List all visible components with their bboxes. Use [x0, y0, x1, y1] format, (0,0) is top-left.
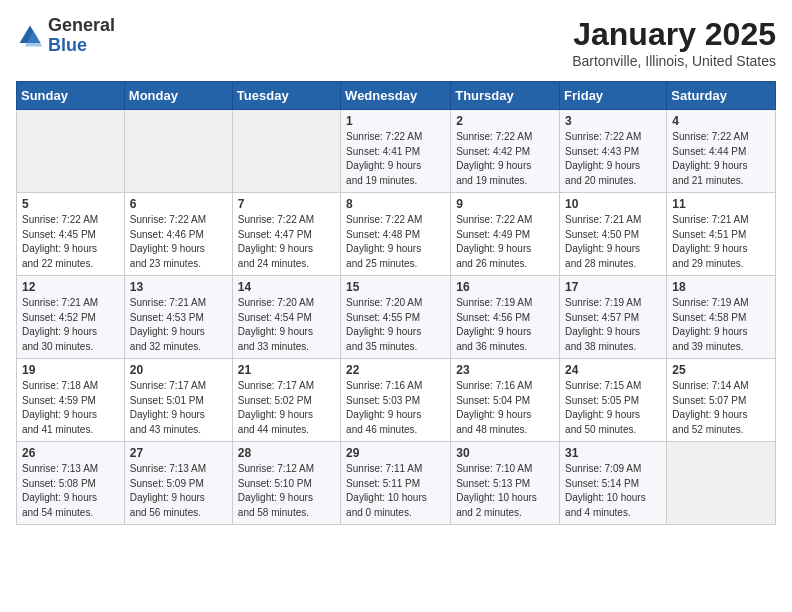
- day-info: Sunrise: 7:17 AM Sunset: 5:02 PM Dayligh…: [238, 379, 335, 437]
- calendar-cell: 31Sunrise: 7:09 AM Sunset: 5:14 PM Dayli…: [560, 442, 667, 525]
- calendar-cell: 11Sunrise: 7:21 AM Sunset: 4:51 PM Dayli…: [667, 193, 776, 276]
- day-info: Sunrise: 7:12 AM Sunset: 5:10 PM Dayligh…: [238, 462, 335, 520]
- day-number: 28: [238, 446, 335, 460]
- day-info: Sunrise: 7:19 AM Sunset: 4:57 PM Dayligh…: [565, 296, 661, 354]
- day-number: 23: [456, 363, 554, 377]
- month-title: January 2025: [572, 16, 776, 53]
- day-info: Sunrise: 7:21 AM Sunset: 4:52 PM Dayligh…: [22, 296, 119, 354]
- calendar-cell: [124, 110, 232, 193]
- calendar-cell: 19Sunrise: 7:18 AM Sunset: 4:59 PM Dayli…: [17, 359, 125, 442]
- day-info: Sunrise: 7:22 AM Sunset: 4:44 PM Dayligh…: [672, 130, 770, 188]
- page-header: General Blue January 2025 Bartonville, I…: [16, 16, 776, 69]
- day-number: 8: [346, 197, 445, 211]
- calendar-cell: 15Sunrise: 7:20 AM Sunset: 4:55 PM Dayli…: [341, 276, 451, 359]
- day-info: Sunrise: 7:20 AM Sunset: 4:55 PM Dayligh…: [346, 296, 445, 354]
- day-number: 1: [346, 114, 445, 128]
- calendar-cell: [17, 110, 125, 193]
- calendar-cell: 6Sunrise: 7:22 AM Sunset: 4:46 PM Daylig…: [124, 193, 232, 276]
- calendar-cell: 26Sunrise: 7:13 AM Sunset: 5:08 PM Dayli…: [17, 442, 125, 525]
- weekday-header-row: SundayMondayTuesdayWednesdayThursdayFrid…: [17, 82, 776, 110]
- calendar-cell: 17Sunrise: 7:19 AM Sunset: 4:57 PM Dayli…: [560, 276, 667, 359]
- calendar-week-row: 5Sunrise: 7:22 AM Sunset: 4:45 PM Daylig…: [17, 193, 776, 276]
- day-info: Sunrise: 7:16 AM Sunset: 5:03 PM Dayligh…: [346, 379, 445, 437]
- day-number: 21: [238, 363, 335, 377]
- day-number: 24: [565, 363, 661, 377]
- day-info: Sunrise: 7:19 AM Sunset: 4:58 PM Dayligh…: [672, 296, 770, 354]
- logo-general-text: General: [48, 15, 115, 35]
- calendar-cell: 7Sunrise: 7:22 AM Sunset: 4:47 PM Daylig…: [232, 193, 340, 276]
- calendar-cell: 18Sunrise: 7:19 AM Sunset: 4:58 PM Dayli…: [667, 276, 776, 359]
- day-number: 22: [346, 363, 445, 377]
- calendar-cell: 9Sunrise: 7:22 AM Sunset: 4:49 PM Daylig…: [451, 193, 560, 276]
- calendar-cell: 28Sunrise: 7:12 AM Sunset: 5:10 PM Dayli…: [232, 442, 340, 525]
- weekday-header-monday: Monday: [124, 82, 232, 110]
- calendar-cell: 23Sunrise: 7:16 AM Sunset: 5:04 PM Dayli…: [451, 359, 560, 442]
- day-number: 20: [130, 363, 227, 377]
- day-number: 29: [346, 446, 445, 460]
- day-info: Sunrise: 7:22 AM Sunset: 4:43 PM Dayligh…: [565, 130, 661, 188]
- day-info: Sunrise: 7:13 AM Sunset: 5:09 PM Dayligh…: [130, 462, 227, 520]
- day-number: 5: [22, 197, 119, 211]
- calendar-table: SundayMondayTuesdayWednesdayThursdayFrid…: [16, 81, 776, 525]
- calendar-cell: 27Sunrise: 7:13 AM Sunset: 5:09 PM Dayli…: [124, 442, 232, 525]
- calendar-cell: [667, 442, 776, 525]
- day-info: Sunrise: 7:19 AM Sunset: 4:56 PM Dayligh…: [456, 296, 554, 354]
- weekday-header-wednesday: Wednesday: [341, 82, 451, 110]
- day-number: 7: [238, 197, 335, 211]
- calendar-cell: 20Sunrise: 7:17 AM Sunset: 5:01 PM Dayli…: [124, 359, 232, 442]
- calendar-cell: 1Sunrise: 7:22 AM Sunset: 4:41 PM Daylig…: [341, 110, 451, 193]
- day-info: Sunrise: 7:21 AM Sunset: 4:51 PM Dayligh…: [672, 213, 770, 271]
- day-number: 26: [22, 446, 119, 460]
- calendar-cell: 21Sunrise: 7:17 AM Sunset: 5:02 PM Dayli…: [232, 359, 340, 442]
- day-number: 13: [130, 280, 227, 294]
- calendar-week-row: 26Sunrise: 7:13 AM Sunset: 5:08 PM Dayli…: [17, 442, 776, 525]
- day-number: 27: [130, 446, 227, 460]
- day-number: 4: [672, 114, 770, 128]
- day-info: Sunrise: 7:13 AM Sunset: 5:08 PM Dayligh…: [22, 462, 119, 520]
- logo-blue-text: Blue: [48, 35, 87, 55]
- calendar-cell: 2Sunrise: 7:22 AM Sunset: 4:42 PM Daylig…: [451, 110, 560, 193]
- day-info: Sunrise: 7:09 AM Sunset: 5:14 PM Dayligh…: [565, 462, 661, 520]
- day-number: 11: [672, 197, 770, 211]
- day-number: 16: [456, 280, 554, 294]
- day-number: 17: [565, 280, 661, 294]
- day-info: Sunrise: 7:17 AM Sunset: 5:01 PM Dayligh…: [130, 379, 227, 437]
- day-info: Sunrise: 7:14 AM Sunset: 5:07 PM Dayligh…: [672, 379, 770, 437]
- day-info: Sunrise: 7:22 AM Sunset: 4:48 PM Dayligh…: [346, 213, 445, 271]
- day-number: 10: [565, 197, 661, 211]
- day-number: 31: [565, 446, 661, 460]
- calendar-cell: 16Sunrise: 7:19 AM Sunset: 4:56 PM Dayli…: [451, 276, 560, 359]
- title-block: January 2025 Bartonville, Illinois, Unit…: [572, 16, 776, 69]
- calendar-week-row: 12Sunrise: 7:21 AM Sunset: 4:52 PM Dayli…: [17, 276, 776, 359]
- weekday-header-thursday: Thursday: [451, 82, 560, 110]
- weekday-header-tuesday: Tuesday: [232, 82, 340, 110]
- calendar-cell: 3Sunrise: 7:22 AM Sunset: 4:43 PM Daylig…: [560, 110, 667, 193]
- calendar-cell: [232, 110, 340, 193]
- day-number: 9: [456, 197, 554, 211]
- day-info: Sunrise: 7:21 AM Sunset: 4:50 PM Dayligh…: [565, 213, 661, 271]
- calendar-cell: 5Sunrise: 7:22 AM Sunset: 4:45 PM Daylig…: [17, 193, 125, 276]
- day-info: Sunrise: 7:22 AM Sunset: 4:47 PM Dayligh…: [238, 213, 335, 271]
- logo: General Blue: [16, 16, 115, 56]
- day-number: 25: [672, 363, 770, 377]
- day-number: 6: [130, 197, 227, 211]
- location-subtitle: Bartonville, Illinois, United States: [572, 53, 776, 69]
- calendar-cell: 12Sunrise: 7:21 AM Sunset: 4:52 PM Dayli…: [17, 276, 125, 359]
- weekday-header-friday: Friday: [560, 82, 667, 110]
- day-number: 15: [346, 280, 445, 294]
- weekday-header-sunday: Sunday: [17, 82, 125, 110]
- day-info: Sunrise: 7:18 AM Sunset: 4:59 PM Dayligh…: [22, 379, 119, 437]
- day-info: Sunrise: 7:10 AM Sunset: 5:13 PM Dayligh…: [456, 462, 554, 520]
- calendar-cell: 29Sunrise: 7:11 AM Sunset: 5:11 PM Dayli…: [341, 442, 451, 525]
- day-number: 3: [565, 114, 661, 128]
- day-number: 14: [238, 280, 335, 294]
- calendar-cell: 30Sunrise: 7:10 AM Sunset: 5:13 PM Dayli…: [451, 442, 560, 525]
- logo-icon: [16, 22, 44, 50]
- day-info: Sunrise: 7:22 AM Sunset: 4:45 PM Dayligh…: [22, 213, 119, 271]
- calendar-cell: 13Sunrise: 7:21 AM Sunset: 4:53 PM Dayli…: [124, 276, 232, 359]
- calendar-cell: 10Sunrise: 7:21 AM Sunset: 4:50 PM Dayli…: [560, 193, 667, 276]
- day-info: Sunrise: 7:21 AM Sunset: 4:53 PM Dayligh…: [130, 296, 227, 354]
- day-info: Sunrise: 7:15 AM Sunset: 5:05 PM Dayligh…: [565, 379, 661, 437]
- day-number: 18: [672, 280, 770, 294]
- day-number: 30: [456, 446, 554, 460]
